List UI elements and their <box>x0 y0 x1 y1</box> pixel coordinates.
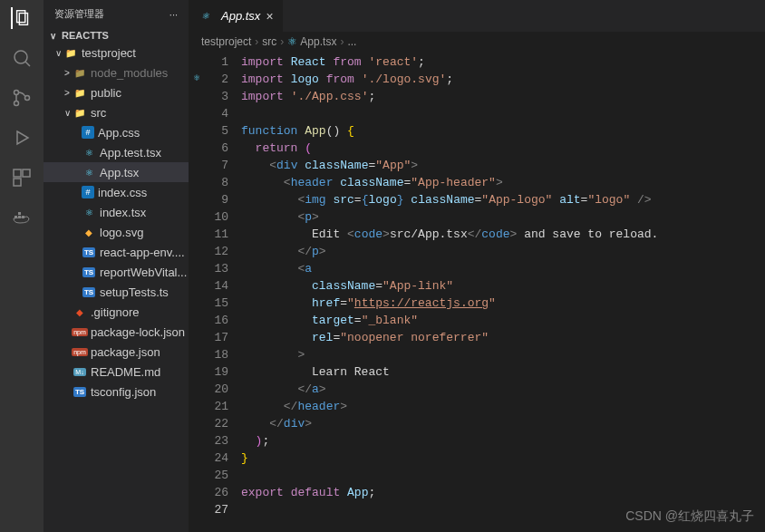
breadcrumb[interactable]: testproject›src›⚛App.tsx›... <box>189 32 765 52</box>
section-label: REACTTS <box>62 30 109 41</box>
breadcrumb-segment[interactable]: src <box>262 35 276 48</box>
svg-rect-9 <box>23 169 30 177</box>
tree-item-package-json[interactable]: npmpackage.json <box>44 342 189 362</box>
tree-item--gitignore[interactable]: ◆.gitignore <box>44 302 189 322</box>
tree-item-tsconfig-json[interactable]: TStsconfig.json <box>44 382 189 401</box>
tree-item-public[interactable]: >📁public <box>44 82 189 102</box>
tree-item-app-test-tsx[interactable]: ⚛App.test.tsx <box>44 142 189 162</box>
source-control-icon[interactable] <box>11 87 33 109</box>
svg-point-6 <box>25 96 30 101</box>
editor-body: ⚛ 12345678910111213141516171819202122232… <box>189 52 765 532</box>
svg-point-4 <box>15 91 19 95</box>
svg-marker-7 <box>17 131 28 144</box>
tree-item-logo-svg[interactable]: ◆logo.svg <box>44 222 189 242</box>
search-icon[interactable] <box>11 47 33 69</box>
extensions-icon[interactable] <box>11 167 33 189</box>
svg-point-5 <box>15 102 19 106</box>
sidebar-title: 资源管理器 ··· <box>44 0 189 28</box>
watermark: CSDN @红烧四喜丸子 <box>625 508 754 525</box>
tree-item-package-lock-json[interactable]: npmpackage-lock.json <box>44 322 189 342</box>
tabs: ⚛ App.tsx × <box>189 0 765 32</box>
sidebar-section[interactable]: ∨ REACTTS <box>44 28 189 43</box>
sidebar-title-text: 资源管理器 <box>54 7 104 21</box>
chevron-right-icon: › <box>340 35 344 48</box>
react-icon: ⚛ <box>198 9 212 24</box>
svg-rect-8 <box>14 169 21 177</box>
svg-rect-14 <box>18 212 21 215</box>
file-tree: ∨📁testproject>📁node_modules>📁public∨📁src… <box>44 43 189 532</box>
breadcrumb-segment[interactable]: ... <box>347 35 356 48</box>
sidebar: 资源管理器 ··· ∨ REACTTS ∨📁testproject>📁node_… <box>44 0 189 532</box>
tab-label: App.tsx <box>221 9 260 23</box>
svg-point-2 <box>15 51 27 63</box>
tree-item-app-css[interactable]: #App.css <box>44 122 189 142</box>
svg-line-3 <box>25 62 30 66</box>
svg-rect-0 <box>17 11 25 23</box>
gutter-decoration: ⚛ <box>189 52 205 532</box>
tree-item-readme-md[interactable]: M↓README.md <box>44 362 189 382</box>
chevron-right-icon: › <box>255 35 258 48</box>
svg-rect-1 <box>19 14 27 25</box>
breadcrumb-segment[interactable]: ⚛App.tsx <box>287 35 336 48</box>
tree-item-index-tsx[interactable]: ⚛index.tsx <box>44 202 189 222</box>
close-icon[interactable]: × <box>266 9 273 24</box>
tree-item-react-app-env-[interactable]: TSreact-app-env.... <box>44 242 189 262</box>
editor-area: ⚛ App.tsx × testproject›src›⚛App.tsx›...… <box>189 0 765 532</box>
breadcrumb-segment[interactable]: testproject <box>201 35 251 48</box>
debug-icon[interactable] <box>11 127 33 149</box>
tree-item-app-tsx[interactable]: ⚛App.tsx <box>44 162 189 182</box>
tree-item-node_modules[interactable]: >📁node_modules <box>44 63 189 82</box>
tree-item-index-css[interactable]: #index.css <box>44 182 189 202</box>
line-numbers: 1234567891011121314151617181920212223242… <box>205 52 241 532</box>
code-editor[interactable]: import React from 'react';import logo fr… <box>241 52 765 532</box>
tree-item-testproject[interactable]: ∨📁testproject <box>44 43 189 63</box>
tree-item-reportwebvital-[interactable]: TSreportWebVital... <box>44 262 189 282</box>
react-gutter-icon: ⚛ <box>189 72 205 83</box>
docker-icon[interactable] <box>11 207 33 228</box>
explorer-icon[interactable] <box>11 7 33 29</box>
tab-app-tsx[interactable]: ⚛ App.tsx × <box>189 0 284 32</box>
more-icon[interactable]: ··· <box>169 9 178 20</box>
activity-bar <box>0 0 44 532</box>
chevron-down-icon: ∨ <box>47 31 58 41</box>
svg-rect-10 <box>14 179 21 186</box>
tree-item-setuptests-ts[interactable]: TSsetupTests.ts <box>44 282 189 302</box>
chevron-right-icon: › <box>280 35 284 48</box>
tree-item-src[interactable]: ∨📁src <box>44 102 189 122</box>
